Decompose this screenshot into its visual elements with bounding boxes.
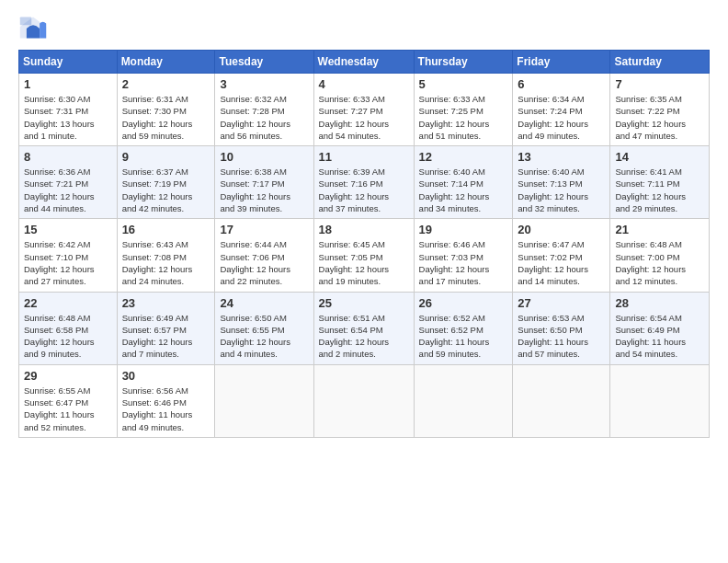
calendar-cell: 25Sunrise: 6:51 AMSunset: 6:54 PMDayligh…: [313, 292, 414, 364]
weekday-header-sunday: Sunday: [19, 51, 118, 74]
day-number: 30: [122, 369, 210, 383]
weekday-header-saturday: Saturday: [610, 51, 710, 74]
day-info: Sunrise: 6:33 AMSunset: 7:27 PMDaylight:…: [319, 93, 409, 142]
calendar-cell: 4Sunrise: 6:33 AMSunset: 7:27 PMDaylight…: [313, 74, 414, 146]
calendar-cell: 19Sunrise: 6:46 AMSunset: 7:03 PMDayligh…: [414, 219, 513, 292]
day-number: 22: [24, 296, 112, 310]
day-number: 14: [615, 150, 704, 164]
day-info: Sunrise: 6:41 AMSunset: 7:11 PMDaylight:…: [615, 166, 704, 214]
calendar-cell: 21Sunrise: 6:48 AMSunset: 7:00 PMDayligh…: [610, 219, 710, 292]
calendar-table: SundayMondayTuesdayWednesdayThursdayFrid…: [18, 50, 710, 438]
day-info: Sunrise: 6:40 AMSunset: 7:13 PMDaylight:…: [518, 166, 605, 214]
day-info: Sunrise: 6:33 AMSunset: 7:25 PMDaylight:…: [419, 93, 508, 142]
calendar-cell: 7Sunrise: 6:35 AMSunset: 7:22 PMDaylight…: [610, 74, 710, 146]
day-number: 18: [319, 223, 409, 236]
calendar-cell: 3Sunrise: 6:32 AMSunset: 7:28 PMDaylight…: [215, 74, 313, 146]
day-number: 5: [419, 77, 508, 91]
day-number: 23: [122, 296, 210, 310]
weekday-header-monday: Monday: [117, 51, 215, 74]
calendar-cell: 23Sunrise: 6:49 AMSunset: 6:57 PMDayligh…: [117, 292, 215, 364]
week-row-5: 29Sunrise: 6:55 AMSunset: 6:47 PMDayligh…: [19, 364, 710, 437]
day-info: Sunrise: 6:40 AMSunset: 7:14 PMDaylight:…: [419, 166, 508, 214]
logo-icon: [18, 15, 48, 40]
calendar-cell: 24Sunrise: 6:50 AMSunset: 6:55 PMDayligh…: [215, 292, 313, 364]
calendar-cell: 5Sunrise: 6:33 AMSunset: 7:25 PMDaylight…: [414, 74, 513, 146]
day-info: Sunrise: 6:45 AMSunset: 7:05 PMDaylight:…: [319, 238, 409, 287]
day-number: 11: [319, 150, 409, 164]
day-info: Sunrise: 6:37 AMSunset: 7:19 PMDaylight:…: [122, 166, 210, 214]
day-number: 29: [24, 369, 112, 383]
calendar-cell: 13Sunrise: 6:40 AMSunset: 7:13 PMDayligh…: [513, 146, 610, 219]
day-info: Sunrise: 6:38 AMSunset: 7:17 PMDaylight:…: [220, 166, 308, 214]
weekday-header-wednesday: Wednesday: [313, 51, 414, 74]
day-info: Sunrise: 6:46 AMSunset: 7:03 PMDaylight:…: [419, 238, 508, 287]
calendar-cell: 22Sunrise: 6:48 AMSunset: 6:58 PMDayligh…: [19, 292, 118, 364]
day-number: 24: [220, 296, 308, 310]
day-info: Sunrise: 6:31 AMSunset: 7:30 PMDaylight:…: [122, 93, 210, 142]
calendar-cell: 9Sunrise: 6:37 AMSunset: 7:19 PMDaylight…: [117, 146, 215, 219]
day-info: Sunrise: 6:30 AMSunset: 7:31 PMDaylight:…: [24, 93, 112, 142]
calendar-cell: 15Sunrise: 6:42 AMSunset: 7:10 PMDayligh…: [19, 219, 118, 292]
day-number: 9: [122, 150, 210, 164]
calendar-cell: 1Sunrise: 6:30 AMSunset: 7:31 PMDaylight…: [19, 74, 118, 146]
day-number: 10: [220, 150, 308, 164]
day-number: 2: [122, 77, 210, 91]
week-row-3: 15Sunrise: 6:42 AMSunset: 7:10 PMDayligh…: [19, 219, 710, 292]
calendar-cell: 30Sunrise: 6:56 AMSunset: 6:46 PMDayligh…: [117, 364, 215, 437]
week-row-2: 8Sunrise: 6:36 AMSunset: 7:21 PMDaylight…: [19, 146, 710, 219]
day-number: 1: [24, 77, 112, 91]
calendar-cell: 28Sunrise: 6:54 AMSunset: 6:49 PMDayligh…: [610, 292, 710, 364]
week-row-1: 1Sunrise: 6:30 AMSunset: 7:31 PMDaylight…: [19, 74, 710, 146]
calendar-cell: 12Sunrise: 6:40 AMSunset: 7:14 PMDayligh…: [414, 146, 513, 219]
day-number: 25: [319, 296, 409, 310]
day-info: Sunrise: 6:47 AMSunset: 7:02 PMDaylight:…: [518, 238, 605, 287]
day-info: Sunrise: 6:55 AMSunset: 6:47 PMDaylight:…: [24, 385, 112, 433]
day-info: Sunrise: 6:49 AMSunset: 6:57 PMDaylight:…: [122, 312, 210, 361]
calendar-cell: 8Sunrise: 6:36 AMSunset: 7:21 PMDaylight…: [19, 146, 118, 219]
day-info: Sunrise: 6:51 AMSunset: 6:54 PMDaylight:…: [319, 312, 409, 361]
header: [18, 15, 710, 40]
day-info: Sunrise: 6:44 AMSunset: 7:06 PMDaylight:…: [220, 238, 308, 287]
calendar-cell: [215, 364, 313, 437]
calendar-cell: [513, 364, 610, 437]
day-info: Sunrise: 6:48 AMSunset: 6:58 PMDaylight:…: [24, 312, 112, 361]
day-number: 13: [518, 150, 605, 164]
week-row-4: 22Sunrise: 6:48 AMSunset: 6:58 PMDayligh…: [19, 292, 710, 364]
day-info: Sunrise: 6:54 AMSunset: 6:49 PMDaylight:…: [615, 312, 704, 361]
day-number: 21: [615, 223, 704, 236]
page: SundayMondayTuesdayWednesdayThursdayFrid…: [0, 0, 728, 563]
calendar-cell: 10Sunrise: 6:38 AMSunset: 7:17 PMDayligh…: [215, 146, 313, 219]
day-number: 17: [220, 223, 308, 236]
day-info: Sunrise: 6:36 AMSunset: 7:21 PMDaylight:…: [24, 166, 112, 214]
day-number: 7: [615, 77, 704, 91]
weekday-header-thursday: Thursday: [414, 51, 513, 74]
calendar-cell: 29Sunrise: 6:55 AMSunset: 6:47 PMDayligh…: [19, 364, 118, 437]
day-number: 4: [319, 77, 409, 91]
day-info: Sunrise: 6:39 AMSunset: 7:16 PMDaylight:…: [319, 166, 409, 214]
calendar-cell: 11Sunrise: 6:39 AMSunset: 7:16 PMDayligh…: [313, 146, 414, 219]
day-info: Sunrise: 6:50 AMSunset: 6:55 PMDaylight:…: [220, 312, 308, 361]
day-info: Sunrise: 6:52 AMSunset: 6:52 PMDaylight:…: [419, 312, 508, 361]
calendar-cell: 14Sunrise: 6:41 AMSunset: 7:11 PMDayligh…: [610, 146, 710, 219]
day-info: Sunrise: 6:35 AMSunset: 7:22 PMDaylight:…: [615, 93, 704, 142]
weekday-header-friday: Friday: [513, 51, 610, 74]
calendar-cell: [414, 364, 513, 437]
day-number: 26: [419, 296, 508, 310]
day-number: 8: [24, 150, 112, 164]
calendar-cell: 27Sunrise: 6:53 AMSunset: 6:50 PMDayligh…: [513, 292, 610, 364]
day-number: 15: [24, 223, 112, 236]
day-info: Sunrise: 6:34 AMSunset: 7:24 PMDaylight:…: [518, 93, 605, 142]
day-number: 28: [615, 296, 704, 310]
day-number: 6: [518, 77, 605, 91]
calendar-cell: 16Sunrise: 6:43 AMSunset: 7:08 PMDayligh…: [117, 219, 215, 292]
calendar-cell: 26Sunrise: 6:52 AMSunset: 6:52 PMDayligh…: [414, 292, 513, 364]
day-number: 16: [122, 223, 210, 236]
calendar-cell: 2Sunrise: 6:31 AMSunset: 7:30 PMDaylight…: [117, 74, 215, 146]
calendar-cell: [610, 364, 710, 437]
weekday-header-row: SundayMondayTuesdayWednesdayThursdayFrid…: [19, 51, 710, 74]
day-number: 27: [518, 296, 605, 310]
day-info: Sunrise: 6:42 AMSunset: 7:10 PMDaylight:…: [24, 238, 112, 287]
day-info: Sunrise: 6:48 AMSunset: 7:00 PMDaylight:…: [615, 238, 704, 287]
day-info: Sunrise: 6:32 AMSunset: 7:28 PMDaylight:…: [220, 93, 308, 142]
calendar-cell: 17Sunrise: 6:44 AMSunset: 7:06 PMDayligh…: [215, 219, 313, 292]
